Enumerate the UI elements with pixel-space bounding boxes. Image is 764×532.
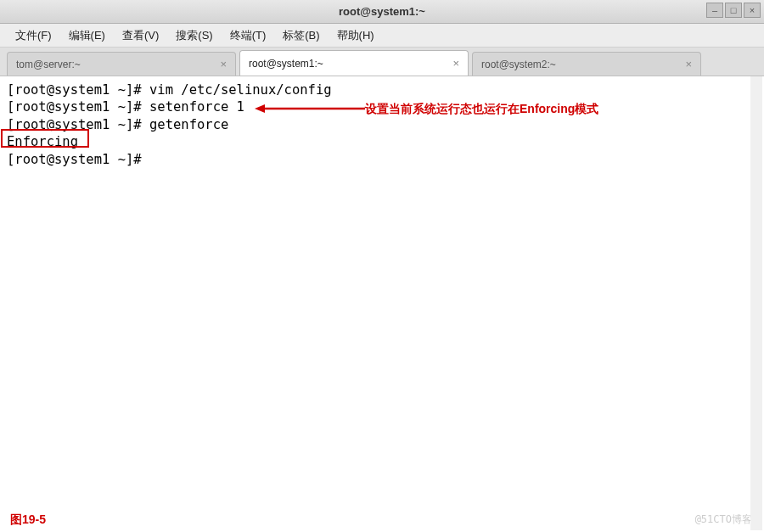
close-icon[interactable]: × — [220, 58, 227, 70]
scrollbar[interactable] — [750, 76, 762, 530]
window-title: root@system1:~ — [339, 5, 425, 18]
menu-terminal[interactable]: 终端(T) — [223, 25, 273, 46]
terminal-area[interactable]: [root@system1 ~]# vim /etc/selinux/confi… — [0, 76, 764, 532]
maximize-button[interactable]: □ — [725, 3, 742, 18]
terminal-line: [root@system1 ~]# getenforce — [7, 116, 757, 133]
tab-root-system2[interactable]: root@system2:~ × — [472, 52, 701, 76]
figure-caption: 图19-5 — [10, 512, 46, 527]
tab-root-system1[interactable]: root@system1:~ × — [239, 50, 469, 76]
menu-view[interactable]: 查看(V) — [115, 25, 166, 46]
terminal-line: [root@system1 ~]# vim /etc/selinux/confi… — [7, 81, 757, 98]
tab-label: root@system1:~ — [249, 58, 323, 70]
close-icon[interactable]: × — [685, 58, 692, 70]
minimize-button[interactable]: – — [706, 3, 723, 18]
tab-tom-server[interactable]: tom@server:~ × — [7, 52, 236, 76]
tabbar: tom@server:~ × root@system1:~ × root@sys… — [0, 48, 764, 76]
menubar: 文件(F) 编辑(E) 查看(V) 搜索(S) 终端(T) 标签(B) 帮助(H… — [0, 24, 764, 48]
close-button[interactable]: × — [744, 3, 761, 18]
menu-help[interactable]: 帮助(H) — [330, 25, 381, 46]
window-titlebar: root@system1:~ – □ × — [0, 0, 764, 24]
terminal-line: [root@system1 ~]# setenforce 1 — [7, 98, 757, 115]
menu-edit[interactable]: 编辑(E) — [62, 25, 112, 46]
menu-search[interactable]: 搜索(S) — [169, 25, 219, 46]
watermark: @51CTO博客 — [695, 513, 752, 527]
menu-tabs[interactable]: 标签(B) — [276, 25, 326, 46]
terminal-line: [root@system1 ~]# — [7, 151, 757, 168]
close-icon[interactable]: × — [452, 57, 459, 70]
window-controls: – □ × — [706, 3, 761, 18]
menu-file[interactable]: 文件(F) — [8, 25, 59, 46]
terminal-line: Enforcing — [7, 133, 757, 150]
tab-label: tom@server:~ — [16, 59, 81, 70]
tab-label: root@system2:~ — [481, 59, 556, 70]
